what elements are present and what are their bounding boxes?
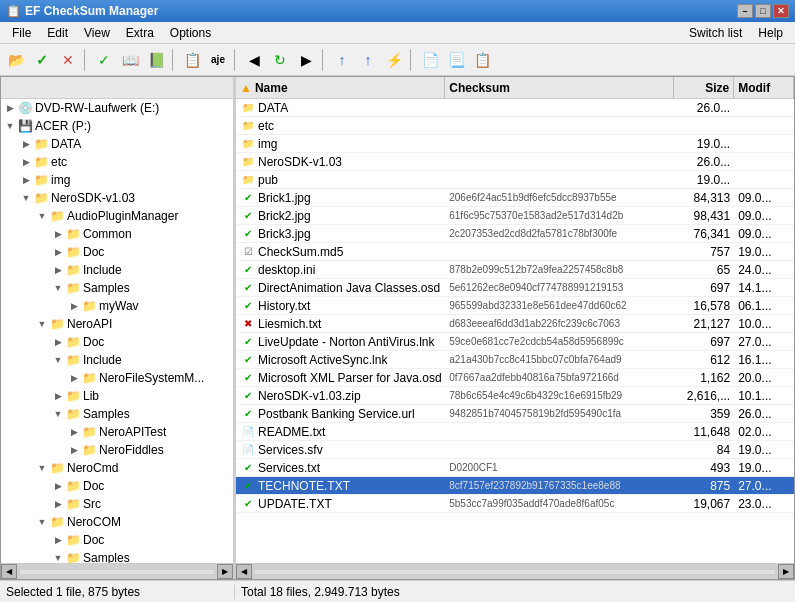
tree-item-nerocom[interactable]: ▼📁NeroCOM	[1, 513, 233, 531]
tree-expander-etc[interactable]: ▶	[19, 155, 33, 169]
tree-item-audioplugin[interactable]: ▼📁AudioPluginManager	[1, 207, 233, 225]
file-row[interactable]: ✔Services.txtD0200CF149319.0...	[236, 459, 794, 477]
tree-item-nerosdk[interactable]: ▼📁NeroSDK-v1.03	[1, 189, 233, 207]
toolbar-file2[interactable]: 📃	[444, 48, 468, 72]
tree-expander-include2[interactable]: ▼	[51, 353, 65, 367]
tree-expander-doc3[interactable]: ▶	[51, 479, 65, 493]
file-horizontal-scrollbar[interactable]: ◀ ▶	[236, 563, 794, 579]
tree-item-nerofiddles[interactable]: ▶📁NeroFiddles	[1, 441, 233, 459]
col-header-size[interactable]: Size	[674, 77, 734, 99]
tree-expander-data-root[interactable]: ▶	[19, 137, 33, 151]
tree-item-nerofilesystemm[interactable]: ▶📁NeroFileSystemM...	[1, 369, 233, 387]
toolbar-file1[interactable]: 📄	[418, 48, 442, 72]
file-row[interactable]: ✔UPDATE.TXT5b53cc7a99f035addf470ade8f6af…	[236, 495, 794, 513]
tree-item-dvd[interactable]: ▶💿DVD-RW-Laufwerk (E:)	[1, 99, 233, 117]
tree-expander-common[interactable]: ▶	[51, 227, 65, 241]
file-row[interactable]: 📄README.txt11,64802.0...	[236, 423, 794, 441]
col-header-checksum[interactable]: Checksum	[445, 77, 674, 99]
tree-expander-audioplugin[interactable]: ▼	[35, 209, 49, 223]
file-row[interactable]: ☑CheckSum.md575719.0...	[236, 243, 794, 261]
file-row[interactable]: 📁etc	[236, 117, 794, 135]
tree-item-doc1[interactable]: ▶📁Doc	[1, 243, 233, 261]
toolbar-refresh[interactable]: ↻	[268, 48, 292, 72]
toolbar-check3[interactable]: aje	[206, 48, 230, 72]
file-row[interactable]: ✔Brick3.jpg2c207353ed2cd8d2fa5781c78bf30…	[236, 225, 794, 243]
tree-expander-doc1[interactable]: ▶	[51, 245, 65, 259]
file-row[interactable]: 📁DATA26.0...	[236, 99, 794, 117]
file-row[interactable]: ✔TECHNOTE.TXT8cf7157ef237892b91767335c1e…	[236, 477, 794, 495]
tree-item-neroapi[interactable]: ▼📁NeroAPI	[1, 315, 233, 333]
tree-expander-samples3[interactable]: ▼	[51, 551, 65, 563]
col-header-modif[interactable]: Modif	[734, 77, 794, 99]
file-row[interactable]: ✔Microsoft ActiveSync.lnka21a430b7cc8c41…	[236, 351, 794, 369]
tree-expander-neroapitest[interactable]: ▶	[67, 425, 81, 439]
file-row[interactable]: 📁NeroSDK-v1.0326.0...	[236, 153, 794, 171]
tree-expander-nerofilesystemm[interactable]: ▶	[67, 371, 81, 385]
file-row[interactable]: 📄Services.sfv8419.0...	[236, 441, 794, 459]
toolbar-arrowleft[interactable]: ◀	[242, 48, 266, 72]
tree-expander-nerocom[interactable]: ▼	[35, 515, 49, 529]
tree-item-doc2[interactable]: ▶📁Doc	[1, 333, 233, 351]
file-row[interactable]: ✔desktop.ini878b2e099c512b72a9fea2257458…	[236, 261, 794, 279]
tree-expander-dvd[interactable]: ▶	[3, 101, 17, 115]
toolbar-arrowup2[interactable]: ↑	[356, 48, 380, 72]
tree-item-src[interactable]: ▶📁Src	[1, 495, 233, 513]
toolbar-copy[interactable]: 📋	[180, 48, 204, 72]
tree-item-common[interactable]: ▶📁Common	[1, 225, 233, 243]
file-row[interactable]: 📁img19.0...	[236, 135, 794, 153]
file-row[interactable]: 📁pub19.0...	[236, 171, 794, 189]
toolbar-check2[interactable]: ✓	[92, 48, 116, 72]
toolbar-open[interactable]: 📂	[4, 48, 28, 72]
tree-item-samples1[interactable]: ▼📁Samples	[1, 279, 233, 297]
tree-expander-mywav[interactable]: ▶	[67, 299, 81, 313]
tree-item-data-root[interactable]: ▶📁DATA	[1, 135, 233, 153]
file-row[interactable]: ✔Brick1.jpg206e6f24ac51b9df6efc5dcc8937b…	[236, 189, 794, 207]
tree-expander-lib[interactable]: ▶	[51, 389, 65, 403]
file-row[interactable]: ✔LiveUpdate - Norton AntiVirus.lnk59ce0e…	[236, 333, 794, 351]
tree-expander-nerosdk[interactable]: ▼	[19, 191, 33, 205]
toolbar-lightning[interactable]: ⚡	[382, 48, 406, 72]
tree-item-etc[interactable]: ▶📁etc	[1, 153, 233, 171]
file-row[interactable]: ✔NeroSDK-v1.03.zip78b6c654e4c49c6b4329c1…	[236, 387, 794, 405]
file-list[interactable]: 📁DATA26.0...📁etc📁img19.0...📁NeroSDK-v1.0…	[236, 99, 794, 563]
file-row[interactable]: ✔Brick2.jpg61f6c95c75370e1583ad2e517d314…	[236, 207, 794, 225]
tree-expander-doc2[interactable]: ▶	[51, 335, 65, 349]
tree-expander-samples2[interactable]: ▼	[51, 407, 65, 421]
menu-extra[interactable]: Extra	[118, 24, 162, 42]
menu-help[interactable]: Help	[750, 24, 791, 42]
tree-item-img[interactable]: ▶📁img	[1, 171, 233, 189]
toolbar-check-green[interactable]: ✓	[30, 48, 54, 72]
tree-expander-doc4[interactable]: ▶	[51, 533, 65, 547]
tree-horizontal-scrollbar[interactable]: ◀ ▶	[1, 563, 233, 579]
file-row[interactable]: ✖Liesmich.txtd683eeeaf6dd3d1ab226fc239c6…	[236, 315, 794, 333]
tree-item-doc3[interactable]: ▶📁Doc	[1, 477, 233, 495]
tree-item-doc4[interactable]: ▶📁Doc	[1, 531, 233, 549]
toolbar-arrowright[interactable]: ▶	[294, 48, 318, 72]
tree-item-acer[interactable]: ▼💾ACER (P:)	[1, 117, 233, 135]
toolbar-back[interactable]: ✕	[56, 48, 80, 72]
file-row[interactable]: ✔Microsoft XML Parser for Java.osd0f7667…	[236, 369, 794, 387]
menu-file[interactable]: File	[4, 24, 39, 42]
tree-expander-src[interactable]: ▶	[51, 497, 65, 511]
tree-item-samples2[interactable]: ▼📁Samples	[1, 405, 233, 423]
maximize-button[interactable]: □	[755, 4, 771, 18]
tree-expander-nerocmd[interactable]: ▼	[35, 461, 49, 475]
col-header-name[interactable]: ▲ Name	[236, 77, 445, 99]
minimize-button[interactable]: –	[737, 4, 753, 18]
menu-options[interactable]: Options	[162, 24, 219, 42]
close-button[interactable]: ✕	[773, 4, 789, 18]
tree-item-include1[interactable]: ▶📁Include	[1, 261, 233, 279]
tree-item-lib[interactable]: ▶📁Lib	[1, 387, 233, 405]
tree-expander-include1[interactable]: ▶	[51, 263, 65, 277]
file-row[interactable]: ✔History.txt965599abd32331e8e561dee47dd6…	[236, 297, 794, 315]
tree-expander-img[interactable]: ▶	[19, 173, 33, 187]
menu-switchlist[interactable]: Switch list	[681, 24, 750, 42]
tree-expander-samples1[interactable]: ▼	[51, 281, 65, 295]
tree-container[interactable]: ▶💿DVD-RW-Laufwerk (E:)▼💾ACER (P:)▶📁DATA▶…	[1, 99, 233, 563]
toolbar-file3[interactable]: 📋	[470, 48, 494, 72]
file-row[interactable]: ✔DirectAnimation Java Classes.osd5e61262…	[236, 279, 794, 297]
menu-view[interactable]: View	[76, 24, 118, 42]
toolbar-arrowup[interactable]: ↑	[330, 48, 354, 72]
tree-item-samples3[interactable]: ▼📁Samples	[1, 549, 233, 563]
menu-edit[interactable]: Edit	[39, 24, 76, 42]
